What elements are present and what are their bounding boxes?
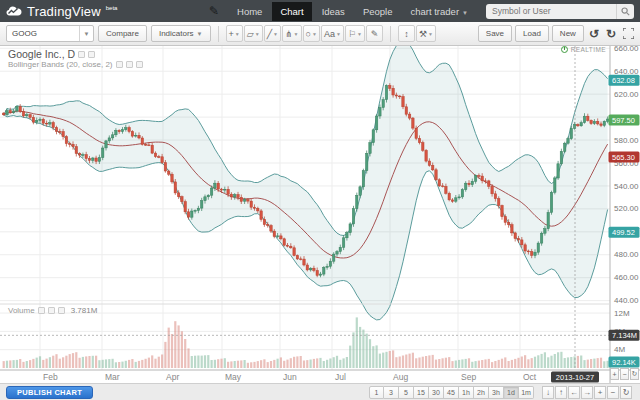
top-navigation-bar: TradingView beta ✎ Home Chart Ideas Peop… <box>0 0 640 22</box>
svg-text:440.00: 440.00 <box>614 296 639 305</box>
zoom-in-button[interactable]: + <box>594 386 606 399</box>
interval-button-1m[interactable]: 1m <box>519 386 534 399</box>
scroll-right-button[interactable]: → <box>581 386 593 399</box>
svg-text:Aug: Aug <box>393 372 408 382</box>
nav-ideas[interactable]: Ideas <box>314 2 353 21</box>
chart-navigation-buttons: ↓↑←→+−↻ <box>542 386 632 399</box>
zoom-out-button[interactable]: − <box>607 386 619 399</box>
symbol-dropdown-icon[interactable]: ▼ <box>79 26 93 41</box>
trend-line-tool-icon[interactable]: ╱▼ <box>264 25 281 42</box>
axis-zoom-in-button[interactable]: + <box>610 368 619 380</box>
svg-text:Feb: Feb <box>43 372 58 382</box>
chevron-down-icon: ▼ <box>428 31 433 37</box>
interval-button-3[interactable]: 3 <box>384 386 399 399</box>
search-icon[interactable] <box>616 4 634 19</box>
price-chart-canvas[interactable]: 440.00460.00480.00500.00520.00540.00560.… <box>0 46 640 383</box>
compare-button[interactable]: Compare <box>98 25 147 42</box>
interval-button-2h[interactable]: 2h <box>474 386 489 399</box>
svg-text:499.52: 499.52 <box>612 228 635 237</box>
svg-text:Apr: Apr <box>166 372 179 382</box>
chevron-down-icon: ▼ <box>235 31 240 37</box>
crosshair-tool-icon[interactable]: +▼ <box>226 25 243 42</box>
volume-title: Volume <box>8 306 35 315</box>
user-menu[interactable]: chart trader▼ <box>402 2 476 21</box>
search-input[interactable] <box>486 6 616 16</box>
nav-home[interactable]: Home <box>229 2 270 21</box>
fullscreen-icon[interactable] <box>623 25 634 43</box>
chevron-down-icon: ▼ <box>273 31 278 37</box>
svg-text:4M: 4M <box>614 345 625 354</box>
symbol-search[interactable] <box>486 4 634 19</box>
symbol-selector[interactable]: GOOG ▼ <box>6 25 94 42</box>
ellipse-tool-icon[interactable]: ○▼ <box>303 25 320 42</box>
indicators-button[interactable]: Indicators▼ <box>151 25 211 42</box>
svg-text:May: May <box>225 372 242 382</box>
new-button[interactable]: New <box>552 25 584 42</box>
interval-button-1h[interactable]: 1h <box>459 386 474 399</box>
price-range-tool-icon[interactable]: ↕ <box>398 25 415 42</box>
indicator-settings-icon[interactable] <box>126 61 133 68</box>
svg-text:640.00: 640.00 <box>614 67 639 76</box>
properties-wrench-tool-icon[interactable]: ⚒▼ <box>416 25 436 42</box>
redo-icon[interactable]: ↻ <box>604 27 618 41</box>
realtime-indicator: REALTIME <box>561 46 606 53</box>
interval-button-1[interactable]: 1 <box>369 386 384 399</box>
volume-settings-icon[interactable] <box>48 307 55 314</box>
logo-text: TradingView <box>27 4 101 19</box>
indicator-legend: Bollinger Bands (20, close, 2) <box>8 60 143 69</box>
svg-text:7.134M: 7.134M <box>612 331 637 340</box>
svg-text:92.14K: 92.14K <box>612 358 636 367</box>
publish-pencil-icon[interactable]: ✎ <box>209 4 219 18</box>
chevron-down-icon: ▼ <box>197 31 203 37</box>
axis-zoom-out-button[interactable]: − <box>620 368 629 380</box>
reset-view-button[interactable]: ↻ <box>620 386 632 399</box>
svg-text:520.00: 520.00 <box>614 204 639 213</box>
tradingview-app: TradingView beta ✎ Home Chart Ideas Peop… <box>0 0 640 400</box>
chart-area[interactable]: 440.00460.00480.00500.00520.00540.00560.… <box>0 46 640 383</box>
chevron-down-icon: ▼ <box>336 31 341 37</box>
indicator-eye-icon[interactable] <box>116 61 123 68</box>
interval-button-30[interactable]: 30 <box>429 386 444 399</box>
eraser-tool-icon[interactable]: ▱▼ <box>244 25 263 42</box>
realtime-clock-icon <box>561 46 568 53</box>
pitchfork-tool-icon[interactable]: ⋔▼ <box>282 25 302 42</box>
text-tool-icon[interactable]: Aa▼ <box>321 25 344 42</box>
interval-button-1d[interactable]: 1d <box>504 386 519 399</box>
tradingview-logo[interactable]: TradingView beta <box>6 4 117 19</box>
interval-button-45[interactable]: 45 <box>444 386 459 399</box>
load-button[interactable]: Load <box>515 25 549 42</box>
interval-button-5[interactable]: 5 <box>399 386 414 399</box>
chart-toolbar: GOOG ▼ Compare Indicators▼ +▼▱▼╱▼⋔▼○▼Aa▼… <box>0 22 640 46</box>
top-nav-items: ✎ Home Chart Ideas People chart trader▼ <box>209 2 634 21</box>
volume-eye-icon[interactable] <box>38 307 45 314</box>
legend-settings-icon[interactable] <box>88 51 95 58</box>
nav-chart[interactable]: Chart <box>272 2 311 21</box>
chart-legend: Google Inc., D <box>8 48 95 60</box>
user-menu-label: chart trader <box>410 6 459 17</box>
indicators-label: Indicators <box>159 29 194 38</box>
svg-text:Jun: Jun <box>283 372 297 382</box>
svg-text:Mar: Mar <box>105 372 120 382</box>
svg-text:460.00: 460.00 <box>614 273 639 282</box>
save-button[interactable]: Save <box>478 25 512 42</box>
scroll-up-button[interactable]: ↑ <box>555 386 567 399</box>
scroll-left-button[interactable]: ← <box>568 386 580 399</box>
interval-button-3h[interactable]: 3h <box>489 386 504 399</box>
nav-people[interactable]: People <box>355 2 401 21</box>
beta-tag: beta <box>106 5 118 11</box>
indicator-close-icon[interactable] <box>136 61 143 68</box>
publish-chart-button[interactable]: PUBLISH CHART <box>6 386 93 399</box>
svg-text:12M: 12M <box>614 309 630 318</box>
svg-text:Jul: Jul <box>335 372 346 382</box>
svg-text:Sep: Sep <box>461 372 476 382</box>
callout-tool-icon[interactable]: ⚐▼ <box>345 25 365 42</box>
volume-value: 3.781M <box>71 306 98 315</box>
svg-text:660.00: 660.00 <box>614 46 639 53</box>
undo-icon[interactable]: ↺ <box>587 27 601 41</box>
volume-close-icon[interactable] <box>58 307 65 314</box>
axis-refresh-button[interactable]: ↻ <box>630 368 639 380</box>
scroll-down-button[interactable]: ↓ <box>542 386 554 399</box>
brush-tool-icon[interactable]: ✎ <box>366 25 383 42</box>
legend-eye-icon[interactable] <box>78 51 85 58</box>
interval-button-15[interactable]: 15 <box>414 386 429 399</box>
